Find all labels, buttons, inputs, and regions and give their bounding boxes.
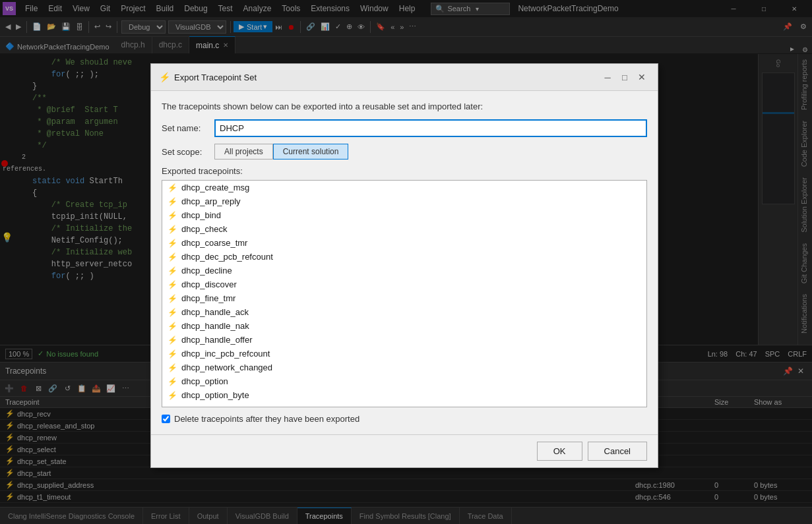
cancel-button[interactable]: Cancel xyxy=(588,442,647,461)
list-item[interactable]: ⚡dhcp_inc_pcb_refcount xyxy=(162,347,646,361)
sidebar-tab-notifications[interactable]: Notifications xyxy=(798,289,812,339)
navigate-back-button[interactable]: ◀ xyxy=(3,21,13,32)
bottom-tab-output[interactable]: Output xyxy=(189,508,228,525)
tab-close-main-c[interactable]: ✕ xyxy=(223,42,228,49)
list-item[interactable]: ⚡dhcp_handle_ack xyxy=(162,305,646,319)
list-item[interactable]: ⚡dhcp_network_changed xyxy=(162,361,646,374)
menu-extensions[interactable]: Extensions xyxy=(305,3,355,15)
list-item[interactable]: ⚡dhcp_option_byte xyxy=(162,388,646,402)
tab-settings-icon[interactable]: ⚙ xyxy=(798,46,812,53)
bottom-tab-visualgdb-build[interactable]: VisualGDB Build xyxy=(228,508,297,525)
pin-button[interactable]: 📌 xyxy=(780,21,795,32)
list-item[interactable]: ⚡dhcp_check xyxy=(162,222,646,236)
table-row[interactable]: ⚡dhcp_start xyxy=(0,467,812,479)
table-row[interactable]: ⚡dhcp_supplied_addressdhcp.c:198000 byte… xyxy=(0,479,812,491)
minimize-button[interactable]: ─ xyxy=(718,0,749,17)
maximize-button[interactable]: □ xyxy=(749,0,779,17)
scope-current-solution-button[interactable]: Current solution xyxy=(273,144,349,160)
bookmark-button[interactable]: 🔖 xyxy=(373,21,388,32)
list-item[interactable]: ⚡dhcp_handle_offer xyxy=(162,333,646,347)
bottom-tab-tracepoints[interactable]: Tracepoints xyxy=(297,508,352,525)
tab-scroll-right[interactable]: ▸ xyxy=(786,44,798,53)
bookmark-nav2-button[interactable]: » xyxy=(397,22,406,32)
tab-dhcp-h[interactable]: dhcp.h xyxy=(115,36,152,53)
list-item[interactable]: ⚡dhcp_discover xyxy=(162,277,646,291)
bottom-tab-error-list[interactable]: Error List xyxy=(143,508,189,525)
chart-button[interactable]: 📈 xyxy=(104,382,117,395)
more-button[interactable]: ⋯ xyxy=(406,21,419,32)
more-tp-button[interactable]: ⋯ xyxy=(119,382,132,395)
close-panel-button[interactable]: ✕ xyxy=(795,365,807,377)
spellcheck-button[interactable]: ✓ xyxy=(332,21,344,32)
tab-main-c[interactable]: main.c ✕ xyxy=(189,36,235,53)
export-button[interactable]: 📤 xyxy=(90,382,103,395)
delete-all-button[interactable]: ⊠ xyxy=(32,382,45,395)
list-item[interactable]: ⚡dhcp_dec_pcb_refcount xyxy=(162,250,646,264)
menu-edit[interactable]: Edit xyxy=(43,3,67,15)
debug-config-dropdown[interactable]: Debug xyxy=(121,20,166,34)
close-button[interactable]: ✕ xyxy=(779,0,809,17)
copy-button[interactable]: 📋 xyxy=(75,382,88,395)
menu-help[interactable]: Help xyxy=(394,3,421,15)
zoom-level[interactable]: 100 % xyxy=(5,349,32,359)
sidebar-tab-git[interactable]: Git Changes xyxy=(798,238,812,289)
bottom-tab-clang[interactable]: Clang IntelliSense Diagnostics Console xyxy=(0,508,143,525)
refresh-button[interactable]: ↺ xyxy=(61,382,74,395)
tracepoints-list[interactable]: ⚡dhcp_create_msg ⚡dhcp_arp_reply ⚡dhcp_b… xyxy=(162,180,647,407)
list-item[interactable]: ⚡dhcp_bind xyxy=(162,208,646,222)
menu-window[interactable]: Window xyxy=(355,3,394,15)
sidebar-tab-solution-explorer[interactable]: Solution Explorer xyxy=(798,172,812,238)
menu-test[interactable]: Test xyxy=(213,3,238,15)
link-button[interactable]: 🔗 xyxy=(46,382,59,395)
menu-tools[interactable]: Tools xyxy=(276,3,305,15)
platform-dropdown[interactable]: VisualGDB xyxy=(168,20,226,34)
list-item[interactable]: ⚡dhcp_fine_tmr xyxy=(162,291,646,305)
record-button[interactable]: ⏺ xyxy=(285,22,297,32)
attach-button[interactable]: 🔗 xyxy=(303,21,318,32)
redo-button[interactable]: ↪ xyxy=(103,21,114,32)
tab-dhcp-c[interactable]: dhcp.c xyxy=(152,36,189,53)
breakpoints-button[interactable]: ⊕ xyxy=(344,21,355,32)
lightbulb-icon[interactable]: 💡 xyxy=(1,232,13,243)
new-file-button[interactable]: 📄 xyxy=(30,21,44,32)
profiling-button[interactable]: 📊 xyxy=(318,21,332,32)
menu-project[interactable]: Project xyxy=(115,3,150,15)
menu-analyze[interactable]: Analyze xyxy=(238,3,277,15)
save-button[interactable]: 💾 xyxy=(59,21,73,32)
menu-git[interactable]: Git xyxy=(95,3,115,15)
menu-file[interactable]: File xyxy=(20,3,43,15)
list-item[interactable]: ⚡dhcp_arp_reply xyxy=(162,194,646,208)
dialog-minimize-button[interactable]: ─ xyxy=(600,69,615,85)
bottom-tab-find-symbol[interactable]: Find Symbol Results [Clang] xyxy=(352,508,460,525)
delete-after-export-checkbox[interactable] xyxy=(162,415,170,423)
add-tracepoint-button[interactable]: ➕ xyxy=(3,382,16,395)
start-button[interactable]: ▶ Start ▾ xyxy=(234,21,272,32)
ok-button[interactable]: OK xyxy=(537,442,582,461)
settings-button[interactable]: ⚙ xyxy=(797,21,809,32)
save-all-button[interactable]: 🗄 xyxy=(73,22,86,32)
list-item[interactable]: ⚡dhcp_option xyxy=(162,374,646,388)
dialog-maximize-button[interactable]: □ xyxy=(617,69,633,85)
undo-button[interactable]: ↩ xyxy=(92,21,103,32)
table-row[interactable]: ⚡dhcp_t1_timeoutdhcp.c:54600 bytes xyxy=(0,491,812,503)
step-over-button[interactable]: ⏭ xyxy=(272,22,285,32)
pin-panel-button[interactable]: 📌 xyxy=(782,365,794,377)
watch-button[interactable]: 👁 xyxy=(355,22,367,32)
list-item[interactable]: ⚡dhcp_handle_nak xyxy=(162,319,646,333)
navigate-forward-button[interactable]: ▶ xyxy=(13,21,24,32)
bookmark-nav-button[interactable]: « xyxy=(388,22,397,32)
list-item[interactable]: ⚡dhcp_create_msg xyxy=(162,181,646,194)
menu-view[interactable]: View xyxy=(67,3,95,15)
delete-tracepoint-button[interactable]: 🗑 xyxy=(17,382,30,395)
dialog-close-button[interactable]: ✕ xyxy=(634,69,650,85)
list-item[interactable]: ⚡dhcp_decline xyxy=(162,264,646,277)
open-file-button[interactable]: 📂 xyxy=(44,21,59,32)
scope-all-projects-button[interactable]: All projects xyxy=(214,144,273,160)
bottom-tab-trace-data[interactable]: Trace Data xyxy=(460,508,512,525)
sidebar-tab-profiling[interactable]: Profiling reports xyxy=(798,54,812,115)
menu-debug[interactable]: Debug xyxy=(179,3,212,15)
sidebar-tab-code-explorer[interactable]: Code Explorer xyxy=(798,115,812,172)
list-item[interactable]: ⚡dhcp_coarse_tmr xyxy=(162,236,646,250)
menu-build[interactable]: Build xyxy=(151,3,179,15)
menu-search-box[interactable]: 🔍 Search ▾ xyxy=(431,3,510,15)
